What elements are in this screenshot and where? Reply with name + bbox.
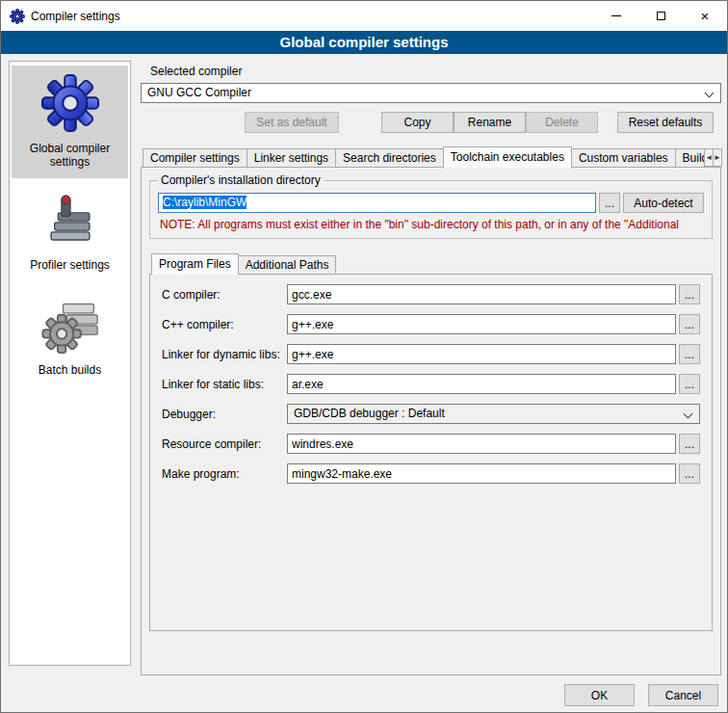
sidebar-item-label: Global compiler settings	[15, 142, 124, 169]
settings-category-sidebar: Global compiler settings Profiler settin…	[9, 61, 131, 666]
close-icon: ×	[701, 9, 710, 23]
bin-subdirectory-note: NOTE: All programs must exist either in …	[160, 218, 702, 231]
rename-button[interactable]: Rename	[454, 112, 526, 133]
cpp-compiler-input[interactable]	[287, 314, 676, 334]
subtab-program-files[interactable]: Program Files	[151, 253, 239, 275]
static-linker-input[interactable]	[287, 374, 676, 394]
settings-tabstrip: Compiler settings Linker settings Search…	[141, 145, 721, 167]
program-files-panel: C compiler: ... C++ compiler: ... Linker…	[149, 274, 713, 631]
installation-directory-legend: Compiler's installation directory	[158, 173, 324, 187]
browse-cpp-compiler-button[interactable]: ...	[679, 314, 700, 334]
browse-resource-compiler-button[interactable]: ...	[679, 434, 700, 454]
subtab-additional-paths[interactable]: Additional Paths	[238, 255, 337, 274]
sidebar-item-batch-builds[interactable]: Batch builds	[12, 289, 128, 386]
c-compiler-row: C compiler: ...	[162, 284, 700, 304]
program-files-tabstrip: Program Files Additional Paths	[149, 252, 713, 274]
browse-c-compiler-button[interactable]: ...	[679, 284, 700, 304]
copy-button[interactable]: Copy	[381, 112, 454, 133]
chevron-down-icon	[705, 89, 715, 98]
c-compiler-input[interactable]	[287, 284, 676, 304]
maximize-button[interactable]	[638, 1, 683, 31]
resource-compiler-row: Resource compiler: ...	[162, 434, 700, 454]
make-program-input[interactable]	[287, 463, 676, 484]
compiler-select[interactable]: GNU GCC Compiler	[141, 83, 721, 103]
dynamic-linker-row: Linker for dynamic libs: ...	[162, 344, 700, 364]
window-title: Compiler settings	[31, 10, 120, 23]
reset-defaults-button[interactable]: Reset defaults	[617, 112, 714, 133]
debugger-select-value: GDB/CDB debugger : Default	[294, 407, 445, 420]
close-button[interactable]: ×	[683, 1, 727, 31]
ok-button[interactable]: OK	[564, 684, 635, 706]
static-linker-row: Linker for static libs: ...	[162, 374, 700, 394]
browse-install-dir-button[interactable]: ...	[599, 193, 620, 213]
titlebar: Compiler settings ×	[1, 1, 727, 31]
dialog-heading: Global compiler settings	[1, 31, 727, 54]
profiler-tool-icon	[42, 194, 98, 252]
gray-gear-stack-icon	[41, 297, 99, 357]
tab-custom-variables[interactable]: Custom variables	[571, 148, 676, 167]
sidebar-item-global-compiler-settings[interactable]: Global compiler settings	[12, 66, 128, 178]
make-program-row: Make program: ...	[162, 463, 700, 484]
blue-gear-icon	[40, 73, 100, 136]
browse-dynamic-linker-button[interactable]: ...	[679, 344, 700, 364]
installation-directory-row: C:\raylib\MinGW ... Auto-detect	[158, 193, 704, 213]
debugger-select[interactable]: GDB/CDB debugger : Default	[287, 404, 700, 424]
selected-compiler-label: Selected compiler	[150, 65, 721, 78]
make-program-label: Make program:	[162, 467, 287, 481]
install-dir-selected-text: C:\raylib\MinGW	[163, 196, 247, 209]
install-dir-input[interactable]: C:\raylib\MinGW	[158, 193, 596, 213]
browse-make-program-button[interactable]: ...	[679, 463, 700, 484]
browse-static-linker-button[interactable]: ...	[679, 374, 700, 394]
dynamic-linker-label: Linker for dynamic libs:	[162, 348, 287, 361]
c-compiler-label: C compiler:	[162, 288, 287, 302]
sidebar-item-profiler-settings[interactable]: Profiler settings	[12, 186, 128, 281]
tab-compiler-settings[interactable]: Compiler settings	[143, 148, 247, 167]
resource-compiler-input[interactable]	[287, 434, 676, 454]
static-linker-label: Linker for static libs:	[162, 378, 287, 391]
sidebar-item-label: Batch builds	[15, 363, 124, 377]
cpp-compiler-label: C++ compiler:	[162, 318, 287, 331]
delete-button[interactable]: Delete	[526, 112, 598, 133]
minimize-button[interactable]	[594, 1, 638, 31]
cpp-compiler-row: C++ compiler: ...	[162, 314, 700, 334]
toolchain-executables-panel: Compiler's installation directory C:\ray…	[141, 167, 721, 675]
main-content: Selected compiler GNU GCC Compiler Set a…	[141, 61, 721, 675]
compiler-settings-window: Compiler settings × Global compiler sett…	[0, 0, 728, 713]
dynamic-linker-input[interactable]	[287, 344, 676, 364]
compiler-select-value: GNU GCC Compiler	[147, 86, 251, 99]
minimize-icon	[611, 15, 621, 16]
tab-build-options[interactable]: Build options	[675, 148, 706, 167]
tab-search-directories[interactable]: Search directories	[335, 148, 444, 167]
auto-detect-button[interactable]: Auto-detect	[623, 193, 704, 213]
debugger-row: Debugger: GDB/CDB debugger : Default	[162, 404, 700, 424]
app-icon	[10, 9, 25, 24]
cancel-button[interactable]: Cancel	[648, 684, 718, 706]
tab-linker-settings[interactable]: Linker settings	[247, 148, 336, 167]
installation-directory-groupbox: Compiler's installation directory C:\ray…	[149, 173, 713, 239]
tab-scroll-right-button[interactable]: ►	[713, 148, 722, 167]
sidebar-item-label: Profiler settings	[15, 258, 124, 272]
chevron-down-icon	[684, 409, 693, 419]
debugger-label: Debugger:	[162, 408, 287, 421]
set-as-default-button[interactable]: Set as default	[245, 112, 339, 133]
tab-toolchain-executables[interactable]: Toolchain executables	[443, 146, 572, 168]
caption-buttons: ×	[594, 1, 727, 31]
compiler-actions-row: Set as default Copy Rename Delete Reset …	[141, 112, 721, 133]
maximize-icon	[657, 12, 665, 20]
resource-compiler-label: Resource compiler:	[162, 437, 287, 451]
